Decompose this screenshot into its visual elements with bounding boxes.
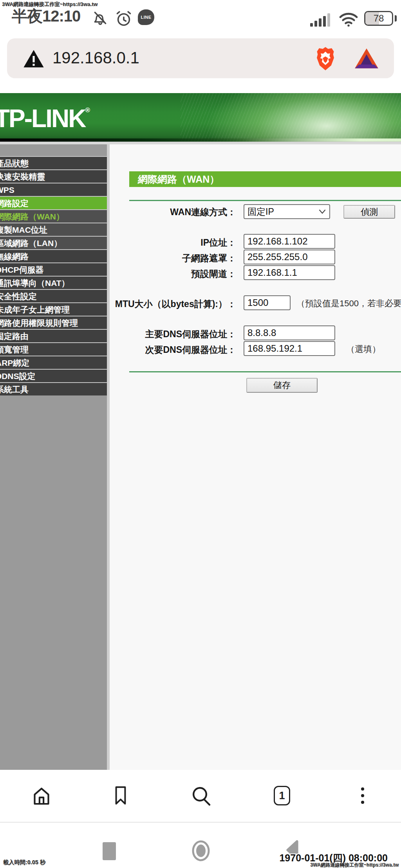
home-icon <box>31 785 52 807</box>
dns2-input[interactable] <box>244 341 335 356</box>
save-button[interactable]: 儲存 <box>246 378 318 393</box>
sidebar-item-lan[interactable]: 區域網路（LAN） <box>0 236 107 249</box>
page-title: 網際網路（WAN） <box>129 171 401 187</box>
sidebar-item-status[interactable]: 產品狀態 <box>0 156 107 169</box>
mask-label: 子網路遮罩： <box>98 252 236 264</box>
sidebar-header-spacer <box>0 144 107 156</box>
tplink-logo: TP-LINK® <box>0 104 90 133</box>
warning-icon <box>23 49 45 69</box>
detect-button[interactable]: 偵測 <box>343 205 395 219</box>
sidebar-item-nat[interactable]: 通訊埠導向（NAT） <box>0 276 107 289</box>
wifi-icon <box>338 12 359 27</box>
line-app-icon: LINE <box>138 9 154 25</box>
bookmark-icon <box>111 785 130 806</box>
signal-icon <box>310 13 330 27</box>
bell-muted-icon <box>92 9 109 27</box>
sidebar-item-static-routing[interactable]: 固定路由 <box>0 329 107 342</box>
battery-nub <box>395 15 397 22</box>
gateway-label: 預設閘道： <box>98 268 236 280</box>
sidebar-item-access-control[interactable]: 網路使用權限規則管理 <box>0 316 107 329</box>
bookmarks-button[interactable] <box>108 783 133 808</box>
dns2-label: 次要DNS伺服器位址： <box>98 344 236 356</box>
browser-toolbar: 1 <box>0 770 401 822</box>
ip-label: IP位址： <box>98 237 236 249</box>
sidebar-item-mac-clone[interactable]: 複製MAC位址 <box>0 223 107 236</box>
recents-icon[interactable] <box>103 842 116 860</box>
sidebar-item-wireless[interactable]: 無線網路 <box>0 249 107 262</box>
url-text[interactable]: 192.168.0.1 <box>52 49 139 67</box>
tplink-banner: TP-LINK® <box>0 93 401 142</box>
sidebar-item-ddns[interactable]: DDNS設定 <box>0 369 107 382</box>
wan-type-value: 固定IP <box>247 206 318 218</box>
ip-input[interactable] <box>244 234 335 249</box>
battery-percent: 78 <box>374 13 384 24</box>
phone-screen: 3WA網路連線轉接工作室~https://3wa.tw 半夜12:10 LINE… <box>0 0 401 868</box>
brave-lion-icon[interactable] <box>313 45 338 72</box>
watermark-bottom: 3WA網路連線轉接工作室~https://3wa.tw <box>310 862 399 868</box>
browser-menu-button[interactable] <box>350 783 375 808</box>
url-bar[interactable]: 192.168.0.1 <box>7 38 394 78</box>
sidebar-item-arp-binding[interactable]: ARP綁定 <box>0 356 107 369</box>
sidebar-item-quick-setup[interactable]: 快速安裝精靈 <box>0 169 107 183</box>
dns1-label: 主要DNS伺服器位址： <box>98 328 236 340</box>
router-admin-page: 產品狀態 快速安裝精靈 WPS 網路設定 網際網路（WAN） 複製MAC位址 區… <box>0 144 401 770</box>
banner-underline <box>0 142 401 144</box>
search-button[interactable] <box>189 783 214 808</box>
sidebar-item-bandwidth-control[interactable]: 頻寬管理 <box>0 342 107 356</box>
load-time-watermark: 載入時間:0.05 秒 <box>3 859 45 866</box>
sidebar-menu: 產品狀態 快速安裝精靈 WPS 網路設定 網際網路（WAN） 複製MAC位址 區… <box>0 144 107 770</box>
tab-counter: 1 <box>274 786 290 805</box>
sidebar-item-dhcp[interactable]: DHCP伺服器 <box>0 262 107 276</box>
banner-glow-decoration <box>205 93 401 142</box>
divider-top <box>129 200 401 201</box>
battery-icon: 78 <box>364 11 393 26</box>
alarm-clock-icon <box>115 9 133 27</box>
gateway-input[interactable] <box>244 265 335 280</box>
mtu-label: MTU大小（以bytes計算):）： <box>98 298 236 310</box>
bat-rewards-icon[interactable] <box>354 48 379 70</box>
wan-mode-label: WAN連線方式： <box>98 206 236 218</box>
dns2-note: （選填） <box>346 343 381 355</box>
home-button[interactable] <box>29 783 54 808</box>
mtu-note: （預設值是1500，若非必要請勿更 <box>296 298 401 309</box>
tab-switcher-button[interactable]: 1 <box>269 783 294 808</box>
sidebar-item-network-settings[interactable]: 網路設定 <box>0 196 107 209</box>
banner-bottom-edge <box>0 138 401 142</box>
sidebar-item-parental-control[interactable]: 未成年子女上網管理 <box>0 302 107 316</box>
mask-input[interactable] <box>244 250 335 264</box>
sidebar-item-system-tools[interactable]: 系統工具 <box>0 382 107 395</box>
sidebar-item-wps[interactable]: WPS <box>0 183 107 196</box>
wan-type-select[interactable]: 固定IP <box>244 204 330 219</box>
status-time: 半夜12:10 <box>12 5 80 27</box>
sidebar-item-security[interactable]: 安全性設定 <box>0 289 107 302</box>
search-icon <box>190 785 212 807</box>
status-bar: 半夜12:10 LINE 78 <box>0 3 401 27</box>
sidebar-item-wan[interactable]: 網際網路（WAN） <box>0 209 107 223</box>
chevron-down-icon <box>318 209 326 214</box>
divider-bottom <box>129 371 401 372</box>
mtu-input[interactable] <box>244 295 291 310</box>
home-circle-icon[interactable] <box>191 840 210 862</box>
menu-dots-icon <box>361 787 364 804</box>
dns1-input[interactable] <box>244 325 335 340</box>
